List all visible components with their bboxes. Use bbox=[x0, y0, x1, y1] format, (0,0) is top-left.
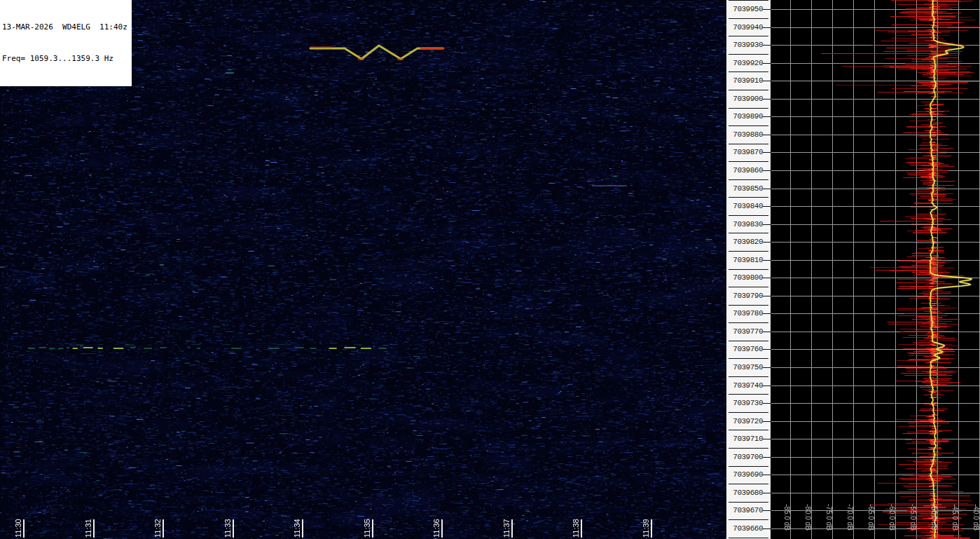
freq-axis-label: 7039730 bbox=[726, 399, 763, 407]
freq-major-tick bbox=[763, 403, 771, 404]
freq-minor-tick bbox=[729, 179, 768, 180]
time-axis-label: 11:36 bbox=[432, 519, 441, 538]
time-axis-label: 11:30 bbox=[14, 519, 22, 538]
time-axis-label: 11:34 bbox=[293, 519, 301, 538]
freq-minor-tick bbox=[729, 36, 768, 36]
freq-axis-label: 7039940 bbox=[726, 23, 763, 32]
freq-major-tick bbox=[763, 528, 771, 529]
freq-minor-tick bbox=[729, 215, 768, 216]
freq-major-tick bbox=[763, 224, 771, 225]
frequency-scale-strip: 7039950703994070399307039920703991070399… bbox=[726, 0, 771, 539]
freq-axis-label: 7039910 bbox=[726, 76, 763, 85]
freq-major-tick bbox=[763, 260, 771, 261]
freq-major-tick bbox=[763, 313, 771, 314]
freq-minor-tick bbox=[729, 502, 768, 503]
header-info-box: 13-MAR-2026 WD4ELG 11:40z Freq= 1059.3..… bbox=[0, 0, 132, 86]
db-axis-label: -70.0 dB bbox=[846, 504, 854, 531]
db-axis-label: -50.0 dB bbox=[930, 504, 938, 531]
time-axis-label: 11:37 bbox=[502, 519, 511, 538]
freq-axis-label: 7039740 bbox=[726, 381, 763, 390]
freq-major-tick bbox=[763, 475, 771, 475]
freq-minor-tick bbox=[729, 358, 768, 359]
freq-minor-tick bbox=[729, 269, 768, 270]
freq-minor-tick bbox=[729, 305, 768, 306]
db-axis-label: -45.0 dB bbox=[951, 504, 959, 531]
freq-minor-tick bbox=[729, 90, 768, 90]
freq-minor-tick bbox=[729, 448, 768, 449]
freq-axis-label: 7039710 bbox=[726, 435, 763, 443]
freq-minor-tick bbox=[729, 108, 768, 109]
db-axis-label: -60.0 dB bbox=[888, 504, 896, 531]
freq-minor-tick bbox=[729, 394, 768, 395]
freq-major-tick bbox=[763, 332, 771, 332]
freq-axis-label: 7039890 bbox=[726, 112, 763, 121]
freq-major-tick bbox=[763, 152, 771, 153]
freq-minor-tick bbox=[729, 484, 768, 484]
header-station-line: 13-MAR-2026 WD4ELG 11:40z bbox=[2, 22, 127, 32]
time-axis-tick bbox=[23, 519, 25, 538]
db-axis-label: -75.0 dB bbox=[824, 504, 833, 531]
time-axis-tick bbox=[372, 519, 373, 538]
freq-major-tick bbox=[763, 457, 771, 458]
freq-minor-tick bbox=[729, 233, 768, 233]
time-axis-label: 11:38 bbox=[572, 519, 580, 538]
freq-major-tick bbox=[763, 170, 771, 171]
freq-axis-label: 7039720 bbox=[726, 417, 763, 425]
freq-minor-tick bbox=[729, 251, 768, 252]
time-axis-label: 11:31 bbox=[84, 519, 92, 538]
freq-axis-label: 7039660 bbox=[726, 524, 763, 533]
freq-axis-label: 7039820 bbox=[726, 238, 763, 246]
freq-major-tick bbox=[763, 349, 771, 350]
freq-minor-tick bbox=[729, 54, 768, 55]
freq-minor-tick bbox=[729, 466, 768, 467]
time-axis-tick bbox=[93, 519, 95, 538]
freq-major-tick bbox=[763, 206, 771, 207]
freq-axis-label: 7039790 bbox=[726, 292, 763, 300]
time-axis-tick bbox=[441, 519, 443, 538]
freq-axis-label: 7039840 bbox=[726, 202, 763, 210]
freq-axis-label: 7039780 bbox=[726, 309, 763, 318]
freq-major-tick bbox=[763, 296, 771, 296]
time-axis-label: 11:32 bbox=[153, 519, 162, 538]
freq-axis-label: 7039950 bbox=[726, 5, 763, 13]
freq-minor-tick bbox=[729, 376, 768, 377]
freq-axis-label: 7039680 bbox=[726, 489, 763, 497]
freq-axis-label: 7039690 bbox=[726, 470, 763, 479]
freq-major-tick bbox=[763, 81, 771, 81]
freq-axis-label: 7039670 bbox=[726, 506, 763, 514]
freq-minor-tick bbox=[729, 197, 768, 198]
freq-minor-tick bbox=[729, 0, 768, 1]
freq-major-tick bbox=[763, 63, 771, 64]
header-freq-line: Freq= 1059.3...1359.3 Hz bbox=[2, 53, 127, 64]
freq-major-tick bbox=[763, 27, 771, 28]
freq-major-tick bbox=[763, 135, 771, 135]
freq-axis-label: 7039770 bbox=[726, 327, 763, 336]
freq-minor-tick bbox=[729, 71, 768, 72]
freq-minor-tick bbox=[729, 412, 768, 413]
time-axis-tick bbox=[511, 519, 513, 538]
freq-major-tick bbox=[763, 367, 771, 368]
db-axis-label: -40.0 dB bbox=[972, 504, 980, 531]
freq-major-tick bbox=[763, 116, 771, 117]
db-axis-label: -85.0 dB bbox=[782, 504, 791, 531]
freq-major-tick bbox=[763, 510, 771, 511]
freq-axis-label: 7039860 bbox=[726, 166, 763, 175]
db-axis-label: -80.0 dB bbox=[803, 504, 812, 531]
freq-axis-label: 7039830 bbox=[726, 220, 763, 228]
freq-axis-label: 7039700 bbox=[726, 453, 763, 461]
freq-major-tick bbox=[763, 493, 771, 493]
time-axis-label: 11:39 bbox=[642, 519, 650, 538]
qrss-grabber-window: 7039950703994070399307039920703991070399… bbox=[0, 0, 980, 539]
freq-axis-label: 7039850 bbox=[726, 184, 763, 193]
time-axis-tick bbox=[163, 519, 164, 538]
time-axis-label: 11:35 bbox=[363, 519, 371, 538]
time-axis-tick bbox=[651, 519, 652, 538]
freq-minor-tick bbox=[729, 341, 768, 341]
time-axis-tick bbox=[581, 519, 582, 538]
freq-major-tick bbox=[763, 386, 771, 386]
db-axis-label: -65.0 dB bbox=[867, 504, 875, 531]
db-axis-label: -55.0 dB bbox=[909, 504, 917, 531]
freq-axis-label: 7039900 bbox=[726, 95, 763, 103]
freq-axis-label: 7039930 bbox=[726, 41, 763, 49]
time-axis-label: 11:33 bbox=[223, 519, 232, 538]
